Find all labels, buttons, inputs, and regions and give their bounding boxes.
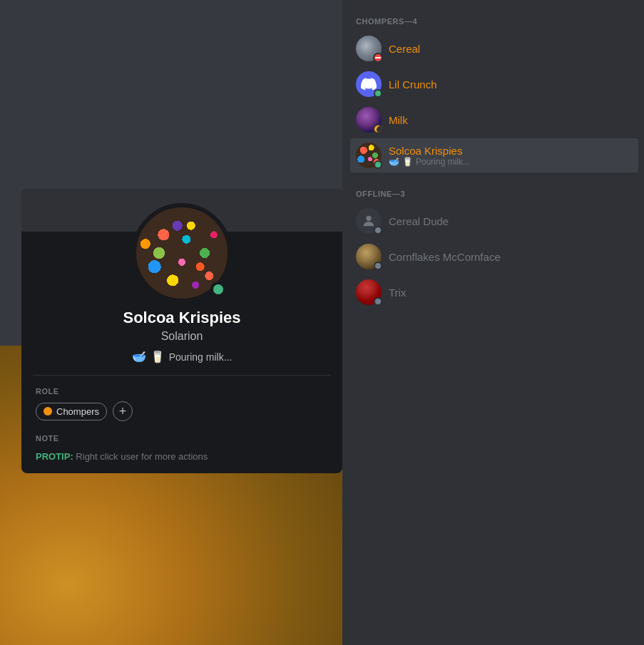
roles-row: Chompers +: [36, 401, 328, 421]
member-item-solcoa-krispies[interactable]: Solcoa Krispies 🥣 🥛 Pouring milk...: [350, 138, 638, 172]
member-item-milk[interactable]: Milk: [350, 103, 638, 137]
note-section: NOTE: [36, 434, 328, 443]
note-section-label: NOTE: [36, 434, 328, 443]
member-item-trix[interactable]: Trix: [350, 275, 638, 309]
member-avatar-wrap-solcoa: [356, 143, 382, 168]
member-name-cereal-dude: Cereal Dude: [389, 215, 633, 227]
profile-card: Solcoa Krispies Solarion 🥣 🥛 Pouring mil…: [21, 189, 342, 473]
status-emoji-1: 🥣: [132, 350, 146, 363]
member-info-lil-crunch: Lil Crunch: [389, 78, 633, 91]
profile-discriminator: Solarion: [36, 330, 328, 343]
protip-label: PROTIP:: [36, 451, 73, 462]
profile-avatar-section: [21, 189, 342, 303]
member-avatar-wrap-milk: [356, 107, 382, 133]
activity-emoji-2: 🥛: [402, 157, 413, 167]
online-status-indicator-solcoa: [374, 160, 382, 169]
member-name-cereal: Cereal: [389, 43, 633, 55]
role-name: Chompers: [56, 406, 99, 417]
member-avatar-wrap-lil-crunch: [356, 71, 382, 97]
offline-status-indicator-cereal-dude: [374, 226, 382, 234]
offline-status-indicator-cornflakes: [374, 262, 382, 270]
member-item-cereal[interactable]: Cereal: [350, 31, 638, 66]
idle-status-indicator-milk: [373, 124, 383, 134]
member-activity-solcoa: 🥣 🥛 Pouring milk...: [389, 157, 633, 167]
protip-content: Right click user for more actions: [76, 451, 208, 462]
member-avatar-wrap-cereal: [356, 36, 382, 61]
protip-text: PROTIP: Right click user for more action…: [36, 451, 328, 462]
member-info-cereal-dude: Cereal Dude: [389, 215, 633, 227]
member-info-cereal: Cereal: [389, 43, 633, 55]
online-category-header: CHOMPERS—4: [350, 11, 638, 29]
status-emoji-2: 🥛: [150, 350, 165, 363]
dnd-status-indicator: [373, 53, 383, 63]
member-name-lil-crunch: Lil Crunch: [389, 78, 633, 91]
role-color-dot: [44, 407, 52, 416]
member-avatar-wrap-cornflakes: [356, 244, 382, 269]
member-info-cornflakes: Cornflakes McCornface: [389, 251, 633, 263]
activity-emoji-1: 🥣: [389, 157, 399, 167]
member-list-panel: CHOMPERS—4 Cereal Lil Crunch: [344, 0, 644, 645]
profile-info: Solcoa Krispies Solarion 🥣 🥛 Pouring mil…: [21, 303, 342, 375]
member-avatar-wrap-cereal-dude: [356, 208, 382, 234]
member-item-lil-crunch[interactable]: Lil Crunch: [350, 67, 638, 101]
member-name-cornflakes: Cornflakes McCornface: [389, 251, 633, 263]
status-text: Pouring milk...: [169, 351, 232, 363]
offline-status-indicator-trix: [374, 297, 382, 306]
member-name-milk: Milk: [389, 114, 633, 126]
member-avatar-wrap-trix: [356, 279, 382, 305]
profile-body: ROLE Chompers + NOTE PROTIP: Right click…: [21, 376, 342, 473]
activity-text: Pouring milk...: [416, 157, 470, 167]
member-name-trix: Trix: [389, 287, 633, 299]
profile-status: 🥣 🥛 Pouring milk...: [36, 350, 328, 363]
member-info-solcoa: Solcoa Krispies 🥣 🥛 Pouring milk...: [389, 145, 633, 167]
offline-category-header: OFFLINE—3: [350, 184, 638, 201]
svg-point-0: [366, 216, 371, 221]
member-info-milk: Milk: [389, 114, 633, 126]
online-status-dot: [210, 282, 226, 297]
member-info-trix: Trix: [389, 287, 633, 299]
online-status-indicator-lil-crunch: [374, 89, 382, 98]
profile-name: Solcoa Krispies: [36, 309, 328, 327]
chompers-role-badge[interactable]: Chompers: [36, 403, 107, 420]
role-section-label: ROLE: [36, 387, 328, 396]
add-role-button[interactable]: +: [113, 401, 133, 421]
member-item-cornflakes[interactable]: Cornflakes McCornface: [350, 239, 638, 274]
member-name-solcoa: Solcoa Krispies: [389, 145, 633, 157]
member-item-cereal-dude[interactable]: Cereal Dude: [350, 204, 638, 238]
